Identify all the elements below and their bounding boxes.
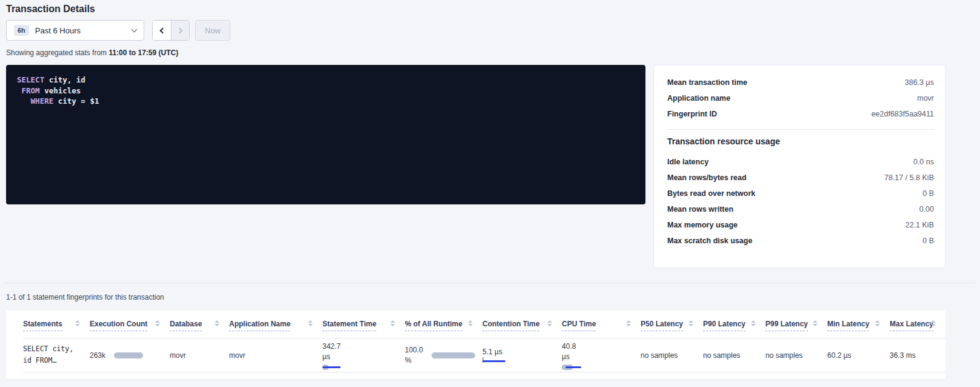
page-title: Transaction Details (6, 4, 95, 15)
min-latency-cell: 60.2 µs (827, 338, 890, 372)
runtime-pct-bar (432, 352, 475, 358)
detail-row-mean-rows-bytes-read: Mean rows/bytes read 78.17 / 5.8 KiB (667, 170, 934, 186)
detail-label: Max memory usage (667, 221, 738, 229)
detail-row-max-scratch-disk-usage: Max scratch disk usage 0 B (667, 233, 934, 249)
detail-row-max-memory-usage: Max memory usage 22.1 KiB (667, 217, 934, 233)
detail-label: Max scratch disk usage (667, 237, 752, 245)
statements-count-caption: 1-1 of 1 statement fingerprints for this… (6, 293, 164, 301)
time-range-label: Past 6 Hours (35, 26, 81, 35)
detail-value: 0 B (922, 189, 934, 198)
max-latency-cell: 36.3 ms (890, 338, 945, 372)
statement-row: SELECT city, id FROM… 263k movr movr 342… (23, 338, 945, 372)
panel-divider (667, 129, 934, 130)
chevron-down-icon (132, 26, 138, 32)
sort-icon (155, 320, 160, 326)
time-controls: 6h Past 6 Hours Now (6, 20, 230, 41)
sort-icon (390, 320, 395, 326)
detail-value: movr (917, 94, 934, 103)
column-header-p99-latency[interactable]: P99 Latency (765, 318, 827, 338)
time-range-dropdown[interactable]: 6h Past 6 Hours (6, 20, 144, 41)
cpu-time-cell: 40.8 µs (562, 338, 641, 372)
contention-time-cell: 5.1 µs (482, 338, 562, 372)
column-header-database[interactable]: Database (170, 318, 229, 338)
detail-label: Mean rows/bytes read (667, 173, 747, 182)
statement-time-cell: 342.7 µs (322, 338, 405, 372)
detail-value: 78.17 / 5.8 KiB (884, 173, 934, 182)
sort-icon (308, 320, 313, 326)
detail-label: Application name (667, 94, 730, 103)
column-header-execution-count[interactable]: Execution Count (90, 318, 170, 338)
column-header-min-latency[interactable]: Min Latency (827, 318, 890, 338)
statement-link[interactable]: SELECT city, id FROM… (23, 338, 90, 372)
sort-icon (626, 320, 631, 326)
column-header-statement-time[interactable]: Statement Time (322, 318, 405, 338)
transaction-details-panel: Mean transaction time 386.3 µs Applicati… (653, 65, 945, 268)
detail-label: Bytes read over network (667, 189, 755, 198)
aggregated-stats-range: 11:00 to 17:59 (UTC) (108, 49, 178, 57)
detail-label: Mean rows written (667, 205, 733, 214)
detail-value: 0.00 (919, 205, 934, 214)
detail-value: ee2df683f5aa9411 (872, 110, 934, 118)
chevron-right-icon (176, 27, 182, 33)
detail-value: 22.1 KiB (905, 221, 934, 229)
execution-count-bar (114, 352, 143, 358)
column-header-contention-time[interactable]: Contention Time (482, 318, 562, 338)
detail-row-application-name: Application name movr (667, 90, 934, 106)
p99-latency-cell: no samples (765, 338, 827, 372)
p50-latency-cell: no samples (641, 338, 703, 372)
time-nav-group (152, 20, 190, 41)
sort-icon (688, 320, 693, 326)
runtime-pct-cell: 100.0% (405, 338, 482, 372)
detail-row-idle-latency: Idle latency 0.0 ns (667, 154, 934, 170)
column-header-cpu-time[interactable]: CPU Time (562, 318, 641, 338)
detail-row-mean-rows-written: Mean rows written 0.00 (667, 201, 934, 217)
column-header-runtime-pct[interactable]: % of All Runtime (405, 318, 482, 338)
column-header-statements[interactable]: Statements (23, 318, 90, 338)
aggregated-stats-caption: Showing aggregated stats from 11:00 to 1… (6, 49, 178, 57)
next-range-button[interactable] (171, 21, 189, 40)
column-header-p50-latency[interactable]: P50 Latency (641, 318, 703, 338)
sql-query-text: SELECT city, id FROM vehicles WHERE city… (17, 75, 635, 107)
sort-icon (931, 320, 936, 326)
database-cell: movr (170, 338, 229, 372)
detail-value: 0.0 ns (913, 158, 934, 166)
detail-value: 386.3 µs (905, 78, 934, 87)
sort-icon (547, 320, 552, 326)
sort-icon (215, 320, 219, 326)
p90-latency-cell: no samples (703, 338, 765, 372)
column-header-p90-latency[interactable]: P90 Latency (703, 318, 765, 338)
detail-label: Mean transaction time (667, 78, 747, 87)
sql-query-box: SELECT city, id FROM vehicles WHERE city… (6, 65, 645, 204)
sort-icon (75, 320, 80, 326)
sort-icon (751, 320, 756, 326)
statement-time-bar (322, 365, 343, 371)
contention-time-bar (482, 357, 507, 363)
prev-range-button[interactable] (153, 21, 171, 40)
section-divider (5, 283, 975, 283)
cpu-time-bar (562, 365, 582, 371)
sort-icon (468, 320, 473, 326)
execution-count-cell: 263k (90, 338, 170, 372)
application-name-cell: movr (229, 338, 322, 372)
detail-label: Idle latency (667, 158, 708, 166)
statements-table: Statements Execution Count Database Appl… (6, 311, 945, 379)
resource-usage-heading: Transaction resource usage (667, 136, 934, 146)
detail-row-fingerprint-id: Fingerprint ID ee2df683f5aa9411 (667, 106, 934, 122)
statements-table-header: Statements Execution Count Database Appl… (23, 318, 945, 338)
sort-icon (813, 320, 818, 326)
time-range-badge: 6h (14, 25, 29, 36)
now-button[interactable]: Now (195, 20, 230, 41)
detail-value: 0 B (922, 237, 934, 245)
column-header-max-latency[interactable]: Max Latency (890, 318, 945, 338)
detail-row-bytes-read-over-network: Bytes read over network 0 B (667, 186, 934, 201)
detail-row-mean-transaction-time: Mean transaction time 386.3 µs (667, 75, 934, 90)
sort-icon (875, 320, 880, 326)
column-header-application-name[interactable]: Application Name (229, 318, 322, 338)
detail-label: Fingerprint ID (667, 110, 717, 118)
chevron-left-icon (160, 27, 166, 33)
